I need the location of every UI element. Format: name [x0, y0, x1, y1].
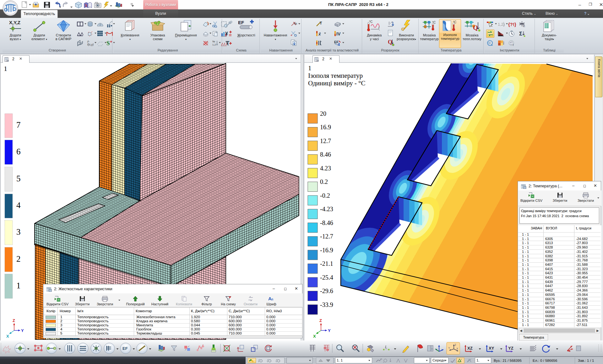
svg-text:z-: z-	[87, 40, 90, 43]
svg-text:Σ: Σ	[519, 31, 522, 37]
svg-text:4.23: 4.23	[320, 165, 331, 172]
svg-text:№: №	[294, 22, 297, 25]
svg-text:0.2: 0.2	[320, 178, 328, 185]
svg-text:-0.2: -0.2	[320, 192, 330, 199]
svg-text:+: +	[110, 40, 112, 44]
svg-text:а: а	[271, 297, 274, 301]
svg-text:-21.1: -21.1	[320, 260, 333, 267]
svg-text:7: 7	[16, 120, 21, 130]
svg-text:Y: Y	[448, 346, 450, 350]
svg-text:EF: EF	[238, 20, 244, 25]
svg-text:16.9: 16.9	[320, 124, 331, 131]
svg-text:1: 1	[16, 281, 21, 290]
svg-text:№: №	[212, 40, 215, 43]
svg-text:5: 5	[16, 174, 21, 183]
svg-text:4: 4	[338, 42, 340, 46]
svg-text:3: 3	[16, 227, 21, 237]
svg-text:12.7: 12.7	[320, 137, 331, 144]
svg-text:8.46: 8.46	[320, 151, 331, 158]
svg-text:-8.46: -8.46	[320, 219, 333, 226]
svg-text:1: 1	[4, 65, 7, 72]
svg-text:-33.9: -33.9	[320, 301, 333, 308]
svg-text:x̂: x̂	[318, 32, 321, 36]
svg-text:Z: Z	[13, 318, 15, 323]
svg-text:IV: IV	[336, 31, 341, 36]
svg-text:20: 20	[6, 60, 9, 62]
svg-text:tc: tc	[523, 24, 525, 28]
svg-text:S: S	[106, 40, 110, 46]
svg-text:Ізополя температур: Ізополя температур	[308, 72, 363, 79]
svg-text:X: X	[456, 347, 458, 350]
svg-text:YZ: YZ	[508, 346, 513, 351]
svg-text:6: 6	[16, 147, 21, 156]
svg-text:XZ: XZ	[467, 346, 473, 351]
svg-text:Одиниці виміру - °C: Одиниці виміру - °C	[308, 79, 366, 87]
svg-text:Y: Y	[21, 328, 24, 333]
svg-text:EF: EF	[122, 346, 128, 351]
svg-text:¥: ¥	[225, 31, 228, 36]
svg-text:-16.9: -16.9	[320, 247, 333, 254]
svg-text:Y: Y	[328, 328, 331, 333]
svg-text:Q: Q	[473, 24, 478, 31]
svg-text:-12.7: -12.7	[320, 233, 333, 240]
svg-text:Z: Z	[319, 318, 322, 323]
svg-text:-25.4: -25.4	[320, 274, 333, 281]
svg-text:2: 2	[16, 254, 21, 264]
svg-text:°C: °C	[369, 20, 372, 24]
svg-text:20: 20	[320, 110, 326, 117]
svg-text:1: 1	[308, 64, 312, 72]
svg-text:{?!}: {?!}	[508, 22, 516, 27]
svg-text:T: T	[320, 21, 322, 25]
svg-text:Q: Q	[388, 39, 392, 45]
svg-text:X,Y,Z: X,Y,Z	[9, 20, 20, 25]
svg-text:+: +	[291, 34, 292, 37]
svg-text:L: L	[385, 345, 387, 349]
svg-text:-29.6: -29.6	[320, 287, 333, 294]
svg-text:4: 4	[16, 201, 21, 210]
svg-text:X: X	[313, 334, 316, 339]
svg-text:Z: Z	[454, 343, 456, 346]
svg-text:20: 20	[316, 60, 319, 62]
svg-text:X: X	[6, 334, 9, 339]
svg-text:f(x,y): f(x,y)	[87, 43, 94, 46]
svg-text:-4.23: -4.23	[320, 206, 333, 212]
svg-text:T: T	[226, 40, 230, 46]
svg-text:XY: XY	[489, 346, 494, 351]
